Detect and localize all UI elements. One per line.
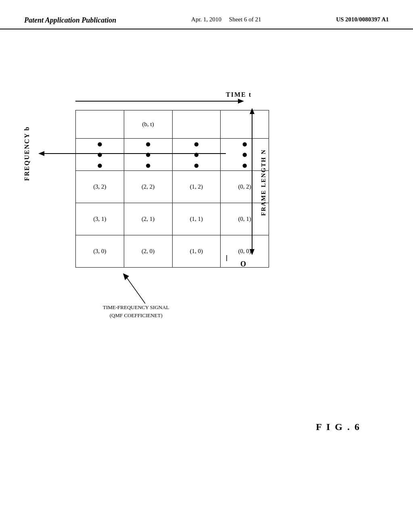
table-row: (3, 2) (2, 2) (1, 2) (0, 2) [76, 171, 269, 203]
tf-signal-line2: (QMF COEFFICIENET) [103, 312, 169, 320]
table-row: (3, 1) (2, 1) (1, 1) (0, 1) [76, 203, 269, 235]
page-content: FREQUENCY b TIME t (b, t) ●●● ●●● ●●● ●●… [0, 29, 413, 513]
diagram-svg [0, 29, 413, 513]
table-row: (3, 0) (2, 0) (1, 0) (0, 0) [76, 235, 269, 268]
cell-3-2: (1, 1) [172, 203, 221, 235]
cell-2-0: (3, 2) [76, 171, 124, 203]
cell-2-2: (1, 2) [172, 171, 221, 203]
svg-marker-3 [238, 99, 244, 104]
cell-4-1: (2, 0) [124, 235, 172, 268]
tf-signal-line1: TIME-FREQUENCY SIGNAL [103, 303, 169, 312]
dots-cell-1: ●●● [124, 139, 172, 171]
svg-marker-1 [38, 151, 44, 156]
time-label: TIME t [226, 91, 252, 98]
frequency-label: FREQUENCY b [23, 126, 31, 181]
page-header: Patent Application Publication Apr. 1, 2… [0, 0, 413, 29]
cell-4-2: (1, 0) [172, 235, 221, 268]
publication-type: Patent Application Publication [24, 16, 116, 25]
patent-number: US 2010/0080397 A1 [336, 16, 389, 23]
table-row: ●●● ●●● ●●● ●●● [76, 139, 269, 171]
dots-cell-0: ●●● [76, 139, 124, 171]
table-row: (b, t) [76, 110, 269, 139]
sheet-info: Sheet 6 of 21 [229, 16, 261, 23]
origin-label: O [240, 260, 246, 268]
svg-marker-9 [123, 273, 129, 280]
frame-length-label: FRAME LENGTH N [260, 149, 267, 216]
pub-date: Apr. 1, 2010 [191, 16, 221, 23]
grid-container: (b, t) ●●● ●●● ●●● ●●● (3, 2) (2, 2) (1,… [75, 110, 269, 268]
cell-2-1: (2, 2) [124, 171, 172, 203]
dots-cell-2: ●●● [172, 139, 221, 171]
cell-top-1: (b, t) [124, 110, 172, 139]
cell-top-2 [172, 110, 221, 139]
tf-signal-label: TIME-FREQUENCY SIGNAL (QMF COEFFICIENET) [103, 303, 169, 319]
cell-4-0: (3, 0) [76, 235, 124, 268]
cell-3-0: (3, 1) [76, 203, 124, 235]
frequency-label-container: FREQUENCY b [23, 126, 31, 181]
grid-table: (b, t) ●●● ●●● ●●● ●●● (3, 2) (2, 2) (1,… [75, 110, 269, 268]
svg-line-8 [125, 275, 145, 303]
cell-top-0 [76, 110, 124, 139]
frame-length-container: FRAME LENGTH N [260, 110, 267, 255]
cell-3-1: (2, 1) [124, 203, 172, 235]
figure-label: F I G . 6 [316, 422, 361, 432]
header-center: Apr. 1, 2010 Sheet 6 of 21 [191, 16, 261, 23]
